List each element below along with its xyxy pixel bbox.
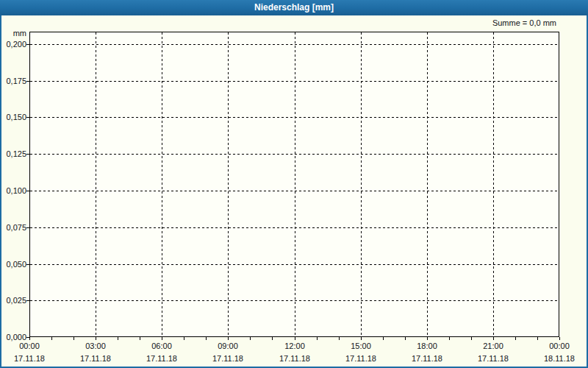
sum-annotation: Summe = 0,0 mm	[492, 18, 556, 27]
x-axis-tick	[405, 337, 406, 340]
x-axis-tick	[493, 337, 494, 340]
y-axis-tick	[26, 227, 29, 228]
y-axis-tick	[26, 154, 29, 155]
x-axis-tick	[471, 337, 472, 340]
x-axis-tick	[51, 337, 52, 340]
y-axis-tick-label: 0,000	[0, 333, 26, 342]
x-axis-date-label: 17.11.18	[9, 354, 50, 363]
x-axis-time-label: 00:00	[539, 342, 580, 350]
x-axis-tick	[228, 337, 229, 340]
x-axis-tick	[162, 337, 162, 340]
x-axis-time-label: 06:00	[141, 342, 182, 350]
y-axis-tick	[26, 300, 29, 301]
x-axis-tick	[339, 337, 340, 340]
x-axis-tick	[118, 337, 118, 340]
vertical-gridline	[427, 32, 428, 336]
x-axis-tick	[295, 337, 295, 340]
x-axis-time-label: 15:00	[340, 342, 381, 350]
x-axis-date-label: 17.11.18	[207, 354, 248, 363]
vertical-gridline	[361, 32, 362, 336]
x-axis-tick	[74, 337, 74, 340]
x-axis-tick	[361, 337, 362, 340]
x-axis-date-label: 17.11.18	[75, 354, 116, 363]
x-axis-tick	[427, 337, 428, 340]
x-axis-time-label: 03:00	[75, 342, 116, 350]
y-axis-unit-label: mm	[0, 29, 26, 38]
x-axis-tick	[383, 337, 384, 340]
y-axis-tick	[26, 81, 29, 82]
y-axis-tick	[26, 117, 29, 118]
y-axis-tick-label: 0,075	[0, 223, 26, 232]
x-axis-date-label: 18.11.18	[539, 354, 580, 363]
x-axis-tick	[449, 337, 450, 340]
x-axis-tick	[96, 337, 96, 340]
vertical-gridline	[493, 32, 494, 336]
x-axis-time-label: 12:00	[274, 342, 315, 350]
y-axis-tick-label: 0,025	[0, 296, 26, 305]
x-axis-tick	[140, 337, 140, 340]
x-axis-tick	[184, 337, 184, 340]
y-axis-tick	[26, 264, 29, 265]
y-axis-tick-label: 0,125	[0, 149, 26, 158]
x-axis-time-label: 21:00	[473, 342, 514, 350]
x-axis-tick	[250, 337, 251, 340]
x-axis-date-label: 17.11.18	[141, 354, 182, 363]
y-axis-tick-label: 0,050	[0, 260, 26, 269]
x-axis-tick	[559, 337, 560, 340]
x-axis-tick	[272, 337, 273, 340]
y-axis-tick-label: 0,150	[0, 113, 26, 121]
y-axis-tick-label: 0,200	[0, 40, 26, 49]
x-axis-tick	[537, 337, 538, 340]
x-axis-tick	[317, 337, 318, 340]
y-axis-tick	[26, 44, 29, 45]
x-axis-date-label: 17.11.18	[406, 354, 448, 363]
x-axis-tick	[515, 337, 516, 340]
x-axis-date-label: 17.11.18	[340, 354, 381, 363]
x-axis-tick	[29, 337, 30, 340]
vertical-gridline	[162, 32, 162, 336]
x-axis-time-label: 18:00	[406, 342, 448, 350]
chart-layer: Summe = 0,0 mm mm 0,0000,0250,0500,0750,…	[0, 0, 588, 368]
vertical-gridline	[295, 32, 295, 336]
x-axis-tick	[206, 337, 207, 340]
x-axis-time-label: 00:00	[9, 342, 50, 350]
x-axis-time-label: 09:00	[207, 342, 248, 350]
y-axis-tick-label: 0,175	[0, 77, 26, 85]
x-axis-date-label: 17.11.18	[274, 354, 315, 363]
vertical-gridline	[228, 32, 229, 336]
y-axis-tick-label: 0,100	[0, 186, 26, 195]
chart-window: Niederschlag [mm] Summe = 0,0 mm mm 0,00…	[0, 0, 588, 368]
vertical-gridline	[96, 32, 96, 336]
y-axis-tick	[26, 191, 29, 191]
x-axis-date-label: 17.11.18	[473, 354, 514, 363]
